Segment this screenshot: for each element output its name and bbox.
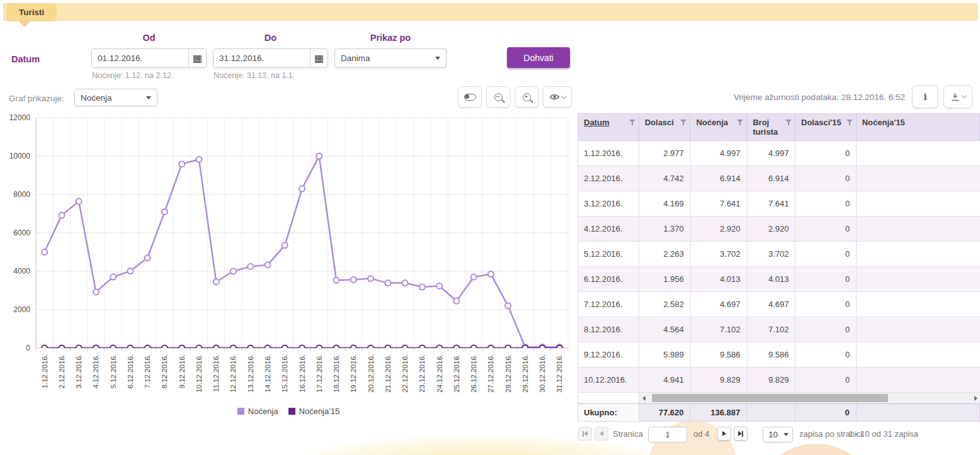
table-body: 1.12.2016.2.9774.9974.99702.12.2016.4.74… xyxy=(578,141,980,393)
svg-text:7.12.2016.: 7.12.2016. xyxy=(144,354,151,388)
calendar-open-button[interactable]: ▦ xyxy=(188,49,206,67)
totals-dolasci: 77.620 xyxy=(639,404,691,421)
scrollbar-thumb[interactable] xyxy=(652,394,888,402)
page-size-value: 10 xyxy=(763,430,780,439)
results-table: Datum Dolasci Noćenja Broj turista Dolas… xyxy=(578,113,980,448)
cell-nocenja: 7.102 xyxy=(691,317,748,342)
filter-funnel-icon[interactable] xyxy=(785,120,792,126)
cell-nocenja15 xyxy=(857,342,980,367)
horizontal-scrollbar[interactable] xyxy=(639,393,980,403)
top-bar: Turisti xyxy=(3,3,977,21)
legend-swatch-nocenja15 xyxy=(288,408,295,415)
svg-text:6000: 6000 xyxy=(13,228,30,237)
svg-text:8000: 8000 xyxy=(13,190,30,199)
cell-nocenja: 4.697 xyxy=(691,292,748,317)
cell-dolasci15: 0 xyxy=(795,317,857,342)
cell-nocenja15 xyxy=(857,292,980,317)
table-row[interactable]: 3.12.2016.4.1697.6417.6410 xyxy=(578,191,980,216)
svg-text:23.12.2016.: 23.12.2016. xyxy=(418,354,426,393)
cell-dolasci: 4.564 xyxy=(639,317,691,342)
page-size-dropdown[interactable]: 10 xyxy=(763,427,793,442)
table-row[interactable]: 4.12.2016.1.3702.9202.9200 xyxy=(578,216,980,242)
cell-dolasci15: 0 xyxy=(795,342,857,367)
table-row[interactable]: 10.12.2016.4.9419.8299.8290 xyxy=(578,368,980,393)
legend-label: Noćenja xyxy=(248,407,278,416)
svg-text:12.12.2016.: 12.12.2016. xyxy=(229,354,237,393)
legend-swatch-nocenja xyxy=(237,408,244,415)
page-number-input[interactable] xyxy=(648,427,687,442)
chart-theme-toggle-button[interactable] xyxy=(458,86,482,108)
cell-broj_turista: 4.997 xyxy=(748,141,796,166)
svg-text:27.12.2016.: 27.12.2016. xyxy=(487,354,494,393)
cell-nocenja: 2.920 xyxy=(691,216,748,241)
last-page-button[interactable] xyxy=(734,427,748,441)
table-pager: Stranica od 4 10 zapisa po stranici 1 - … xyxy=(578,427,980,444)
cell-dolasci: 4.742 xyxy=(639,166,691,191)
date-from-input[interactable] xyxy=(92,49,188,67)
cell-nocenja15 xyxy=(857,216,980,241)
cell-nocenja15 xyxy=(857,191,980,216)
prikaz-po-header: Prikaz po xyxy=(334,33,447,43)
table-header-row: Datum Dolasci Noćenja Broj turista Dolas… xyxy=(578,113,980,141)
next-page-button[interactable] xyxy=(717,427,731,441)
table-row[interactable]: 2.12.2016.4.7426.9146.9140 xyxy=(578,166,980,191)
column-header-nocenja[interactable]: Noćenja xyxy=(690,114,747,140)
dohvati-button[interactable]: Dohvati xyxy=(507,47,570,68)
svg-text:2000: 2000 xyxy=(13,305,30,314)
table-row[interactable]: 8.12.2016.4.5647.1027.1020 xyxy=(578,317,980,342)
tab-turisti[interactable]: Turisti xyxy=(6,4,57,21)
calendar-open-button[interactable]: ▦ xyxy=(310,49,328,67)
cell-datum: 7.12.2016. xyxy=(578,292,639,317)
graf-prikazuje-dropdown[interactable]: Noćenja xyxy=(74,89,157,106)
table-row[interactable]: 5.12.2016.2.2633.7023.7020 xyxy=(578,242,980,267)
column-header-nocenja15[interactable]: Noćenja'15 xyxy=(857,114,979,140)
svg-text:17.12.2016.: 17.12.2016. xyxy=(316,354,323,393)
first-page-button[interactable] xyxy=(578,427,592,441)
cell-nocenja: 4.013 xyxy=(691,267,748,291)
column-header-dolasci[interactable]: Dolasci xyxy=(639,114,691,140)
svg-text:4000: 4000 xyxy=(13,267,30,276)
svg-text:16.12.2016.: 16.12.2016. xyxy=(299,354,306,393)
filter-funnel-icon[interactable] xyxy=(680,120,687,126)
table-row[interactable]: 6.12.2016.1.9564.0134.0130 xyxy=(578,267,980,292)
filter-funnel-icon[interactable] xyxy=(846,120,853,126)
prikaz-po-dropdown[interactable]: Danima xyxy=(334,48,447,68)
svg-text:18.12.2016.: 18.12.2016. xyxy=(333,354,340,393)
chart-canvas[interactable]: 0200040006000800010000120001.12.2016.2.1… xyxy=(1,112,576,405)
data-updated-status: Vrijeme ažurnosti podataka: 28.12.2016. … xyxy=(734,93,905,102)
filter-funnel-icon[interactable] xyxy=(737,120,743,126)
zoom-out-button[interactable] xyxy=(486,86,510,108)
column-header-dolasci15[interactable]: Dolasci'15 xyxy=(795,114,857,140)
totals-row: Ukupno: 77.620 136.887 0 xyxy=(578,403,980,422)
cell-nocenja15 xyxy=(857,242,980,266)
zoom-in-button[interactable] xyxy=(515,86,538,108)
legend-item-nocenja[interactable]: Noćenja xyxy=(237,407,278,416)
column-header-broj-turista[interactable]: Broj turista xyxy=(747,114,795,140)
legend-label: Noćenja'15 xyxy=(299,407,340,416)
legend-item-nocenja15[interactable]: Noćenja'15 xyxy=(288,407,340,416)
svg-text:4.12.2016.: 4.12.2016. xyxy=(92,354,100,388)
filter-funnel-icon[interactable] xyxy=(629,120,635,126)
scroll-left-arrow[interactable] xyxy=(639,393,648,403)
cell-dolasci15: 0 xyxy=(795,368,857,392)
table-row[interactable]: 1.12.2016.2.9774.9974.9970 xyxy=(578,141,980,166)
series-visibility-button[interactable] xyxy=(543,86,572,108)
record-range-label: 1 - 10 od 31 zapisa xyxy=(848,429,918,439)
cell-broj_turista: 4.013 xyxy=(748,267,796,291)
chevron-down-icon xyxy=(783,433,789,436)
date-to-input[interactable] xyxy=(214,49,310,67)
table-row[interactable]: 7.12.2016.2.5824.6974.6970 xyxy=(578,292,980,317)
line-chart[interactable]: 0200040006000800010000120001.12.2016.2.1… xyxy=(1,112,576,423)
svg-text:31.12.2016.: 31.12.2016. xyxy=(556,354,563,393)
info-button[interactable]: i xyxy=(912,85,938,108)
previous-page-button[interactable] xyxy=(595,427,608,441)
export-download-button[interactable] xyxy=(943,85,972,108)
scroll-right-arrow[interactable] xyxy=(971,393,980,403)
svg-text:6.12.2016.: 6.12.2016. xyxy=(127,354,134,388)
svg-text:10000: 10000 xyxy=(9,152,31,160)
column-header-datum[interactable]: Datum xyxy=(578,114,639,140)
cell-dolasci15: 0 xyxy=(795,141,857,166)
table-row[interactable]: 9.12.2016.5.9899.5869.5860 xyxy=(578,342,980,368)
do-column-header: Do xyxy=(213,33,328,43)
cell-datum: 5.12.2016. xyxy=(578,242,639,266)
